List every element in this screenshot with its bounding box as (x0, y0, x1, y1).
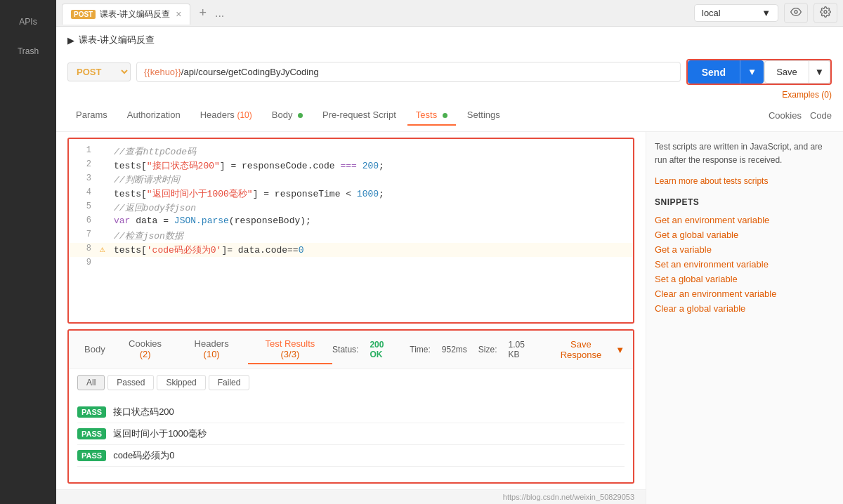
svg-point-1 (824, 11, 827, 13)
filter-failed[interactable]: Failed (209, 375, 250, 390)
send-save-group: Send ▼ Save ▼ (686, 59, 832, 85)
save-response-label: Save Response (549, 339, 613, 360)
code-line-4: 4 tests["返回时间小于1000毫秒"] = responseTime <… (69, 187, 633, 201)
url-field[interactable]: {{kehuo}}/api/course/getCodingByJyCoding (136, 62, 681, 82)
breadcrumb: ▶ 课表-讲义编码反查 (67, 34, 832, 46)
tests-dot (443, 113, 447, 118)
code-editor[interactable]: 1 //查看httpCode码 2 tests["接口状态码200"] = re… (67, 138, 634, 324)
left-panel: 1 //查看httpCode码 2 tests["接口状态码200"] = re… (56, 132, 646, 504)
code-line-1: 1 //查看httpCode码 (69, 145, 633, 159)
save-dropdown-button[interactable]: ▼ (809, 60, 830, 84)
examples-link[interactable]: Examples (0) (782, 90, 832, 100)
breadcrumb-label: 课表-讲义编码反查 (79, 34, 155, 46)
body-dot (298, 113, 303, 118)
snippet-set-env-var[interactable]: Set an environment variable (655, 257, 835, 272)
code-line-7: 7 //检查json数据 (69, 229, 633, 243)
snippet-get-global-var[interactable]: Get a global variable (655, 227, 835, 242)
learn-more-link[interactable]: Learn more about tests scripts (655, 176, 768, 186)
tab-bar: POST 课表-讲义编码反查 × + ... local ▼ (56, 0, 843, 27)
send-dropdown-button[interactable]: ▼ (740, 60, 764, 84)
code-content-1: //查看httpCode码 (114, 145, 627, 158)
sidebar-item-trash[interactable]: Trash (0, 37, 56, 66)
tab-headers[interactable]: Headers (10) (192, 105, 261, 126)
method-select[interactable]: POST GET PUT DELETE (67, 62, 131, 81)
settings-button[interactable] (813, 3, 837, 23)
environment-selector[interactable]: local ▼ (694, 4, 778, 22)
filter-all[interactable]: All (77, 375, 105, 390)
tab-title: 课表-讲义编码反查 (100, 8, 170, 20)
resp-tab-body[interactable]: Body (77, 335, 112, 364)
save-response-button[interactable]: Save Response ▼ (549, 339, 625, 360)
action-buttons: Send ▼ Save ▼ (688, 60, 830, 84)
examples-bar: Examples (0) (56, 90, 843, 100)
code-content-2: tests["接口状态码200"] = responseCode.code ==… (114, 159, 627, 172)
code-content-5: //返回body转json (114, 201, 627, 214)
eye-button[interactable] (784, 3, 808, 23)
pass-badge-2: PASS (77, 428, 106, 439)
test-result-item-1: PASS 接口状态码200 (77, 402, 625, 423)
snippet-get-var[interactable]: Get a variable (655, 242, 835, 257)
send-button[interactable]: Send (688, 60, 740, 84)
code-content-6: var data = JSON.parse(responseBody); (114, 215, 627, 226)
right-panel-info: Test scripts are written in JavaScript, … (655, 140, 835, 167)
resp-status-bar: Status: 200 OK Time: 952ms Size: 1.05 KB… (332, 339, 625, 360)
status-value: 200 OK (370, 340, 398, 359)
snippet-get-env-var[interactable]: Get an environment variable (655, 213, 835, 227)
time-label: Time: (410, 345, 431, 354)
pass-badge-3: PASS (77, 450, 106, 461)
size-label: Size: (478, 345, 497, 354)
cookies-count: (2) (140, 349, 151, 359)
cookies-link[interactable]: Cookies (769, 110, 802, 121)
tab-settings[interactable]: Settings (459, 105, 509, 126)
tab-body[interactable]: Body (263, 105, 311, 126)
snippet-clear-env-var[interactable]: Clear an environment variable (655, 286, 835, 301)
save-button[interactable]: Save (764, 60, 809, 84)
svg-point-0 (795, 11, 797, 13)
tab-params[interactable]: Params (67, 105, 116, 126)
request-tabs-bar: Params Authorization Headers (10) Body P… (56, 100, 843, 132)
code-line-2: 2 tests["接口状态码200"] = responseCode.code … (69, 159, 633, 173)
snippets-title: SNIPPETS (655, 197, 835, 207)
sidebar-item-apis[interactable]: APIs (0, 7, 56, 37)
code-line-8: 8 ⚠ tests['code码必须为0']= data.code==0 (69, 243, 633, 257)
code-line-5: 5 //返回body转json (69, 201, 633, 215)
url-row: POST GET PUT DELETE {{kehuo}}/api/course… (56, 53, 843, 91)
url-path: /api/course/getCodingByJyCoding (181, 67, 319, 77)
snippets-section: SNIPPETS Get an environment variable Get… (655, 197, 835, 316)
test-name-2: 返回时间小于1000毫秒 (113, 427, 207, 440)
size-value: 1.05 KB (509, 340, 538, 359)
resp-tab-test-results[interactable]: Test Results (3/3) (248, 335, 332, 364)
right-links: Cookies Code (769, 110, 832, 121)
status-label: Status: (332, 345, 358, 354)
test-result-item-2: PASS 返回时间小于1000毫秒 (77, 423, 625, 445)
code-content-8: tests['code码必须为0']= data.code==0 (114, 244, 627, 256)
code-link[interactable]: Code (810, 110, 832, 121)
test-result-item-3: PASS code码必须为0 (77, 445, 625, 467)
sidebar: APIs Trash (0, 0, 56, 504)
tab-close-icon[interactable]: × (176, 8, 181, 20)
filter-skipped[interactable]: Skipped (157, 375, 205, 390)
request-tabs: Params Authorization Headers (10) Body P… (67, 105, 509, 126)
more-tabs-button[interactable]: ... (212, 4, 227, 22)
code-line-9: 9 (69, 257, 633, 271)
response-tabs-bar: Body Cookies (2) Headers (10) Test Resul… (69, 331, 633, 369)
filter-passed[interactable]: Passed (107, 375, 154, 390)
response-section: Body Cookies (2) Headers (10) Test Resul… (67, 329, 634, 484)
new-tab-button[interactable]: + (193, 3, 212, 23)
code-content-3: //判断请求时间 (114, 173, 627, 186)
right-panel: Test scripts are written in JavaScript, … (646, 132, 843, 504)
time-value: 952ms (442, 345, 467, 354)
snippet-clear-global-var[interactable]: Clear a global variable (655, 301, 835, 316)
test-name-1: 接口状态码200 (113, 406, 174, 418)
resp-tab-cookies[interactable]: Cookies (2) (115, 335, 176, 364)
pass-badge-1: PASS (77, 406, 106, 418)
tab-prerequest[interactable]: Pre-request Script (314, 105, 405, 126)
snippet-set-global-var[interactable]: Set a global variable (655, 272, 835, 286)
resp-tab-headers[interactable]: Headers (10) (178, 335, 245, 364)
tab-tests[interactable]: Tests (407, 105, 456, 126)
code-line-6: 6 var data = JSON.parse(responseBody); (69, 215, 633, 229)
request-tab[interactable]: POST 课表-讲义编码反查 × (62, 4, 190, 25)
request-section: ▶ 课表-讲义编码反查 (56, 27, 843, 53)
tab-authorization[interactable]: Authorization (119, 105, 189, 126)
resp-headers-count: (10) (204, 349, 220, 359)
